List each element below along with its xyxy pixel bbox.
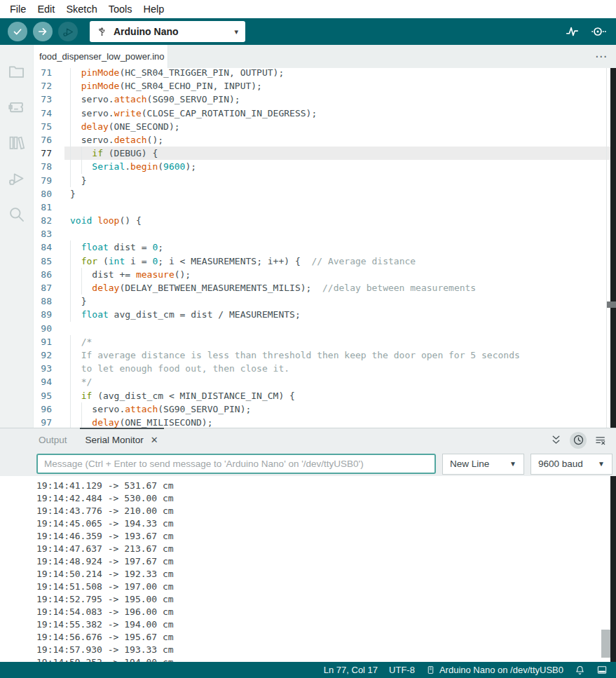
notifications-bell-button[interactable] [575,665,585,675]
code-line-91[interactable]: 91 /* [34,335,616,348]
code-line-78[interactable]: 78 Serial.begin(9600); [34,160,616,173]
menu-item-edit[interactable]: Edit [32,4,60,15]
menu-item-file[interactable]: File [4,4,32,15]
line-number: 97 [34,416,64,428]
serial-monitor-button[interactable] [589,23,606,40]
board-selector-dropdown[interactable]: Arduino Nano ▾ [90,21,245,42]
line-number: 95 [34,389,64,402]
more-actions-icon[interactable]: ⋯ [595,53,608,60]
tab-output[interactable]: Output [39,428,67,452]
line-number: 86 [34,268,64,281]
serial-plotter-button[interactable] [564,24,580,39]
menu-item-tools[interactable]: Tools [103,4,138,15]
clear-output-button[interactable] [592,432,609,449]
serial-output-line: 19:14:48.924 -> 197.67 cm [36,555,616,568]
activity-sidebar [0,45,34,428]
code-text: to let enough food out, then close it. [64,362,616,375]
line-number: 96 [34,402,64,416]
statusbar: Ln 77, Col 17 UTF-8 Arduino Nano on /dev… [0,662,616,678]
line-number: 79 [34,174,64,187]
code-line-94[interactable]: 94 */ [34,375,616,388]
line-ending-select[interactable]: New Line ▼ [442,454,524,475]
code-line-87[interactable]: 87 delay(DELAY_BETWEEN_MEASUREMENTS_MILI… [34,281,616,294]
code-line-77[interactable]: 77 if (DEBUG) { [34,147,616,160]
code-line-83[interactable]: 83 [34,227,616,240]
serial-output-line: 19:14:59.252 -> 194.00 cm [36,656,616,662]
sidebar-item-boards-manager[interactable] [0,89,34,125]
code-line-72[interactable]: 72 pinMode(HC_SR04_ECHO_PIN, INPUT); [34,79,616,93]
sidebar-item-sketchbook[interactable] [0,53,34,89]
code-text: float dist = 0; [64,240,616,254]
toggle-bottom-panel-button[interactable] [596,665,608,675]
sidebar-item-search[interactable] [0,196,34,232]
serial-output-line: 19:14:50.214 -> 192.33 cm [36,568,616,581]
serial-output-line: 19:14:43.776 -> 210.00 cm [36,505,616,517]
books-icon [7,133,26,152]
code-line-82[interactable]: 82void loop() { [34,214,616,227]
serial-output-area[interactable]: 19:14:41.129 -> 531.67 cm19:14:42.484 ->… [0,476,616,662]
baud-rate-select[interactable]: 9600 baud ▼ [531,454,612,475]
line-number: 89 [34,308,64,321]
collapse-panel-button[interactable] [547,432,564,449]
chevron-down-icon: ▼ [598,460,605,468]
line-number: 78 [34,160,64,173]
code-line-71[interactable]: 71 pinMode(HC_SR04_TRIGGER_PIN, OUTPUT); [34,68,616,79]
code-text: delay(DELAY_BETWEEN_MEASUREMENTS_MILIS);… [64,281,616,294]
line-number: 76 [34,133,64,147]
line-number: 92 [34,348,64,362]
verify-button[interactable] [8,22,27,41]
serial-output-line: 19:14:51.508 -> 197.00 cm [36,581,616,593]
editor-scrollbar-thumb[interactable] [607,301,616,308]
code-text: servo.detach(); [64,133,616,147]
encoding-indicator[interactable]: UTF-8 [389,665,415,675]
serial-scrollbar-thumb[interactable] [601,630,610,658]
code-line-76[interactable]: 76 servo.detach(); [34,133,616,147]
code-line-89[interactable]: 89 float avg_dist_cm = dist / MEASUREMEN… [34,308,616,321]
code-line-86[interactable]: 86 dist += measure(); [34,268,616,281]
board-icon [7,97,26,116]
code-line-81[interactable]: 81 [34,201,616,214]
code-lines: 71 pinMode(HC_SR04_TRIGGER_PIN, OUTPUT);… [34,68,616,428]
sidebar-item-debug[interactable] [0,161,34,196]
code-line-88[interactable]: 88 } [34,294,616,308]
code-line-96[interactable]: 96 servo.attach(SG90_SERVO_PIN); [34,402,616,416]
sidebar-item-library-manager[interactable] [0,125,34,161]
debug-icon [62,25,75,39]
tab-food-dispenser-low-power[interactable]: food_dispenser_low_power.ino [34,45,168,68]
line-number: 93 [34,362,64,375]
code-text: dist += measure(); [64,268,616,281]
tab-serial-monitor[interactable]: Serial Monitor ✕ [85,428,158,452]
code-line-95[interactable]: 95 if (avg_dist_cm < MIN_DISTANCE_IN_CM)… [34,389,616,402]
code-line-92[interactable]: 92 If average distance is less than thre… [34,348,616,362]
line-number: 81 [34,201,64,214]
code-line-93[interactable]: 93 to let enough food out, then close it… [34,362,616,375]
serial-message-input[interactable] [36,454,436,474]
code-line-73[interactable]: 73 servo.attach(SG90_SERVO_PIN); [34,93,616,106]
cursor-position[interactable]: Ln 77, Col 17 [324,665,378,675]
code-text: If average distance is less than thresho… [64,348,616,362]
close-icon[interactable]: ✕ [151,435,158,445]
line-number: 80 [34,187,64,201]
code-text: for (int i = 0; i < MEASUREMENTS; i++) {… [64,255,616,268]
upload-button[interactable] [33,22,53,41]
code-line-80[interactable]: 80} [34,187,616,201]
code-text: float avg_dist_cm = dist / MEASUREMENTS; [64,308,616,321]
board-port-indicator[interactable]: Arduino Nano on /dev/ttyUSB0 [426,665,563,675]
bug-play-icon [7,169,26,188]
menu-item-help[interactable]: Help [138,4,170,15]
code-line-79[interactable]: 79 } [34,174,616,187]
code-editor[interactable]: 71 pinMode(HC_SR04_TRIGGER_PIN, OUTPUT);… [34,68,616,428]
code-line-84[interactable]: 84 float dist = 0; [34,240,616,254]
menu-item-sketch[interactable]: Sketch [60,4,102,15]
code-text: } [64,187,616,201]
code-line-85[interactable]: 85 for (int i = 0; i < MEASUREMENTS; i++… [34,255,616,268]
code-line-90[interactable]: 90 [34,322,616,335]
toggle-timestamp-button[interactable] [570,432,587,449]
code-line-74[interactable]: 74 servo.write(CLOSE_CAP_ROTATION_IN_DEG… [34,107,616,120]
code-line-97[interactable]: 97 delay(ONE_MILISECOND); [34,416,616,428]
serial-input-row: New Line ▼ 9600 baud ▼ [0,452,616,476]
code-line-75[interactable]: 75 delay(ONE_SECOND); [34,120,616,133]
code-text [64,227,616,240]
code-text: if (avg_dist_cm < MIN_DISTANCE_IN_CM) { [64,389,616,402]
line-number: 72 [34,79,64,93]
